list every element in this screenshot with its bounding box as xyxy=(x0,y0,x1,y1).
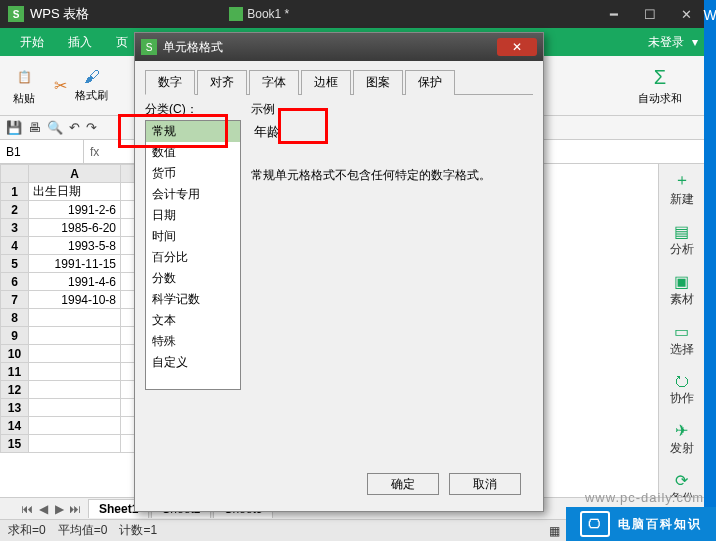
row-header[interactable]: 4 xyxy=(1,237,29,255)
col-header[interactable]: A xyxy=(29,165,121,183)
cell[interactable] xyxy=(29,399,121,417)
tab-insert[interactable]: 插入 xyxy=(56,28,104,56)
category-item[interactable]: 数值 xyxy=(146,142,240,163)
dlg-tab-number[interactable]: 数字 xyxy=(145,70,195,95)
category-item[interactable]: 文本 xyxy=(146,310,240,331)
dialog-logo-icon: S xyxy=(141,39,157,55)
fx-icon[interactable]: fx xyxy=(84,145,105,159)
cell[interactable]: 1985-6-20 xyxy=(29,219,121,237)
paste-button[interactable]: 📋 粘贴 xyxy=(8,63,40,108)
backup-icon: ⟳ xyxy=(675,471,688,490)
row-header[interactable]: 2 xyxy=(1,201,29,219)
row-header[interactable]: 5 xyxy=(1,255,29,273)
cell[interactable]: 1991-2-6 xyxy=(29,201,121,219)
category-item[interactable]: 常规 xyxy=(146,121,240,142)
sheet-nav-first[interactable]: ⏮ xyxy=(20,502,34,516)
chart-icon: ▤ xyxy=(674,222,689,241)
view-grid-icon[interactable]: ▦ xyxy=(549,524,560,538)
cell[interactable]: 1994-10-8 xyxy=(29,291,121,309)
category-item[interactable]: 时间 xyxy=(146,226,240,247)
side-collab[interactable]: ⭮协作 xyxy=(670,372,694,407)
cell[interactable] xyxy=(29,345,121,363)
autosum-button[interactable]: Σ 自动求和 xyxy=(634,63,686,108)
side-asset[interactable]: ▣素材 xyxy=(670,272,694,308)
dlg-tab-border[interactable]: 边框 xyxy=(301,70,351,95)
ok-button[interactable]: 确定 xyxy=(367,473,439,495)
titlebar: S WPS 表格 Book1 * ━ ☐ ✕ xyxy=(0,0,704,28)
close-button[interactable]: ✕ xyxy=(668,0,704,28)
save-icon[interactable]: 💾 xyxy=(6,120,22,135)
cell[interactable]: 出生日期 xyxy=(29,183,121,201)
preview-icon[interactable]: 🔍 xyxy=(47,120,63,135)
clipboard-icon: 📋 xyxy=(12,65,36,89)
category-list[interactable]: 常规数值货币会计专用日期时间百分比分数科学记数文本特殊自定义 xyxy=(145,120,241,390)
dlg-tab-align[interactable]: 对齐 xyxy=(197,70,247,95)
row-header[interactable]: 11 xyxy=(1,363,29,381)
monitor-icon: 🖵 xyxy=(580,511,610,537)
row-header[interactable]: 13 xyxy=(1,399,29,417)
side-new[interactable]: ＋新建 xyxy=(670,170,694,208)
dialog-tabs: 数字 对齐 字体 边框 图案 保护 xyxy=(145,69,533,95)
doc-icon xyxy=(229,7,243,21)
category-item[interactable]: 分数 xyxy=(146,268,240,289)
brush-icon: 🖌 xyxy=(84,68,100,86)
side-select[interactable]: ▭选择 xyxy=(670,322,694,358)
category-item[interactable]: 货币 xyxy=(146,163,240,184)
row-header[interactable]: 14 xyxy=(1,417,29,435)
cell[interactable] xyxy=(29,435,121,453)
image-icon: ▣ xyxy=(674,272,689,291)
row-header[interactable]: 6 xyxy=(1,273,29,291)
cell[interactable] xyxy=(29,327,121,345)
app-title: WPS 表格 xyxy=(30,5,89,23)
tab-home[interactable]: 开始 xyxy=(8,28,56,56)
ribbon-collapse-icon[interactable]: ▾ xyxy=(692,35,698,49)
category-item[interactable]: 特殊 xyxy=(146,331,240,352)
undo-icon[interactable]: ↶ xyxy=(69,120,80,135)
category-item[interactable]: 会计专用 xyxy=(146,184,240,205)
login-status[interactable]: 未登录 xyxy=(648,34,684,51)
row-header[interactable]: 7 xyxy=(1,291,29,309)
cell[interactable] xyxy=(29,417,121,435)
row-header[interactable]: 10 xyxy=(1,345,29,363)
redo-icon[interactable]: ↷ xyxy=(86,120,97,135)
cell[interactable]: 1991-4-6 xyxy=(29,273,121,291)
status-count: 计数=1 xyxy=(119,522,157,539)
category-item[interactable]: 百分比 xyxy=(146,247,240,268)
side-analyze[interactable]: ▤分析 xyxy=(670,222,694,258)
sheet-nav-prev[interactable]: ◀ xyxy=(36,502,50,516)
sheet-nav-next[interactable]: ▶ xyxy=(52,502,66,516)
format-painter-button[interactable]: 🖌 格式刷 xyxy=(71,66,112,105)
dlg-tab-font[interactable]: 字体 xyxy=(249,70,299,95)
row-header[interactable]: 9 xyxy=(1,327,29,345)
minimize-button[interactable]: ━ xyxy=(596,0,632,28)
side-send[interactable]: ✈发射 xyxy=(670,421,694,457)
category-item[interactable]: 自定义 xyxy=(146,352,240,373)
cell[interactable]: 1993-5-8 xyxy=(29,237,121,255)
row-header[interactable]: 12 xyxy=(1,381,29,399)
name-box[interactable]: B1 xyxy=(0,140,84,163)
cell[interactable] xyxy=(29,363,121,381)
dialog-close-button[interactable]: ✕ xyxy=(497,38,537,56)
cut-button[interactable]: ✂ xyxy=(50,74,71,97)
category-item[interactable]: 日期 xyxy=(146,205,240,226)
sheet-nav-last[interactable]: ⏭ xyxy=(68,502,82,516)
row-header[interactable]: 3 xyxy=(1,219,29,237)
dlg-tab-pattern[interactable]: 图案 xyxy=(353,70,403,95)
dialog-titlebar[interactable]: S 单元格格式 ✕ xyxy=(135,33,543,61)
print-icon[interactable]: 🖶 xyxy=(28,120,41,135)
row-header[interactable]: 15 xyxy=(1,435,29,453)
dlg-tab-protect[interactable]: 保护 xyxy=(405,70,455,95)
cell[interactable] xyxy=(29,309,121,327)
format-description: 常规单元格格式不包含任何特定的数字格式。 xyxy=(251,166,533,184)
plus-icon: ＋ xyxy=(674,170,690,191)
row-header[interactable]: 8 xyxy=(1,309,29,327)
row-header[interactable]: 1 xyxy=(1,183,29,201)
sample-label: 示例 xyxy=(251,101,533,118)
category-item[interactable]: 科学记数 xyxy=(146,289,240,310)
maximize-button[interactable]: ☐ xyxy=(632,0,668,28)
cell[interactable] xyxy=(29,381,121,399)
watermark-text: 电脑百科知识 xyxy=(618,516,702,533)
document-name[interactable]: Book1 * xyxy=(229,7,289,22)
cell[interactable]: 1991-11-15 xyxy=(29,255,121,273)
cancel-button[interactable]: 取消 xyxy=(449,473,521,495)
